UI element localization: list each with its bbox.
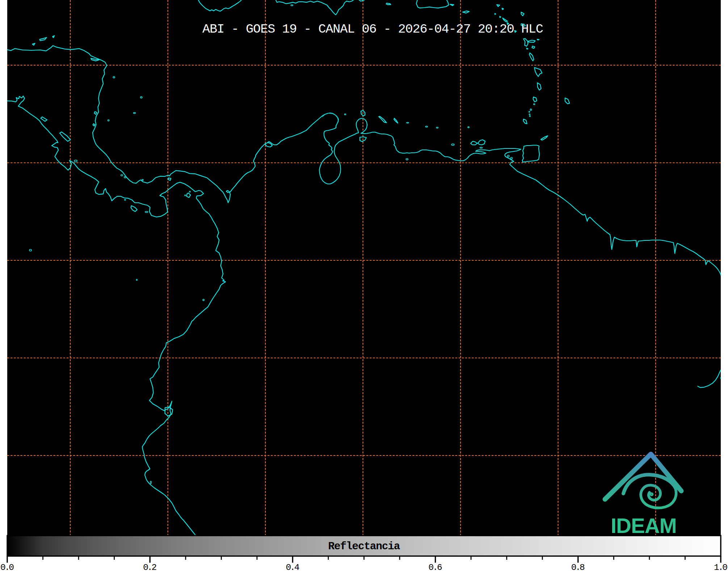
svg-text:0.4: 0.4 (286, 563, 299, 571)
svg-text:0.2: 0.2 (143, 563, 157, 571)
svg-text:0.0: 0.0 (0, 563, 14, 571)
svg-text:ABI - GOES 19 - CANAL 06 - 202: ABI - GOES 19 - CANAL 06 - 2026-04-27 20… (202, 22, 543, 37)
svg-text:Reflectancia: Reflectancia (328, 540, 400, 553)
svg-text:1.0: 1.0 (714, 563, 728, 571)
svg-text:0.6: 0.6 (429, 563, 442, 571)
svg-text:IDEAM: IDEAM (611, 514, 677, 537)
svg-text:0.8: 0.8 (571, 563, 585, 571)
